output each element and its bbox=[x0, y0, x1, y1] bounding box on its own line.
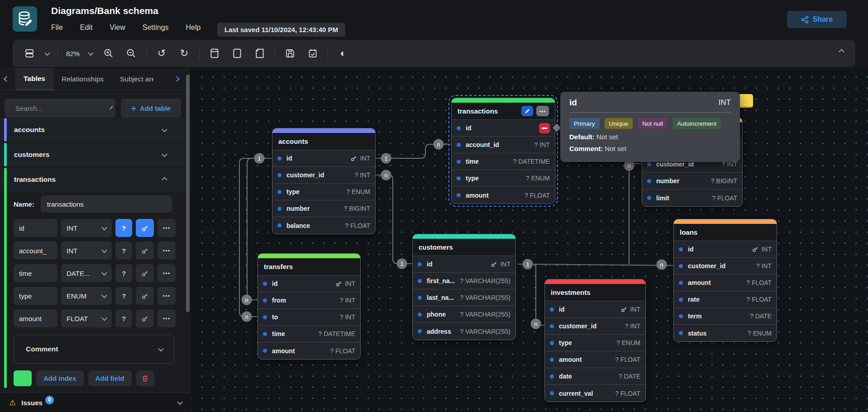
field-row[interactable]: amount? FLOAT bbox=[258, 342, 360, 359]
table-transfers[interactable]: transfers idINT from? INT to? INT time? … bbox=[258, 253, 361, 360]
field-row[interactable]: type? ENUM bbox=[545, 335, 645, 351]
field-row[interactable]: type? ENUM bbox=[272, 184, 375, 200]
field-row[interactable]: number? BIGINT bbox=[272, 200, 375, 217]
add-area-icon[interactable] bbox=[253, 47, 267, 60]
field-row[interactable]: amount? FLOAT bbox=[545, 351, 645, 368]
field-more-button[interactable]: ••• bbox=[157, 309, 176, 327]
issues-chevron-icon[interactable] bbox=[177, 399, 183, 405]
table-customers[interactable]: customers idINT first_na...? VARCHAR(255… bbox=[412, 234, 516, 340]
table-color-swatch[interactable] bbox=[14, 370, 32, 386]
save-icon[interactable] bbox=[283, 47, 297, 60]
field-row[interactable]: rate? FLOAT bbox=[674, 291, 777, 308]
field-row[interactable]: account_id? INT bbox=[452, 137, 555, 153]
add-note-icon[interactable] bbox=[230, 47, 244, 60]
field-row[interactable]: idINT bbox=[413, 256, 515, 273]
field-row[interactable]: amount? FLOAT bbox=[674, 275, 777, 291]
collapse-chevron-icon[interactable] bbox=[162, 177, 167, 183]
field-row-hovered[interactable]: id bbox=[452, 120, 555, 137]
field-type-select[interactable]: ENUM bbox=[61, 287, 112, 305]
layout-icon[interactable] bbox=[23, 47, 36, 60]
zoom-dropdown-chevron-icon[interactable] bbox=[88, 50, 94, 56]
primary-key-toggle[interactable] bbox=[136, 264, 154, 282]
nullable-toggle[interactable]: ? bbox=[115, 309, 132, 327]
comment-section[interactable]: Comment bbox=[14, 335, 174, 364]
collapse-toolbar-icon[interactable] bbox=[839, 49, 844, 55]
field-type-select[interactable]: FLOAT bbox=[61, 309, 112, 327]
delete-table-button[interactable] bbox=[136, 370, 154, 386]
table-more-button[interactable]: ••• bbox=[536, 106, 549, 116]
field-row[interactable]: limit? FLOAT bbox=[642, 189, 742, 206]
zoom-level[interactable]: 82% bbox=[66, 50, 80, 57]
field-row[interactable]: first_na...? VARCHAR(255) bbox=[413, 273, 515, 289]
field-row[interactable]: balance? FLOAT bbox=[272, 217, 375, 234]
field-row[interactable]: status? ENUM bbox=[674, 325, 777, 341]
add-index-button[interactable]: Add index bbox=[36, 370, 84, 386]
field-row[interactable]: last_na...? VARCHAR(255) bbox=[413, 289, 515, 306]
field-row[interactable]: customer_id? INT bbox=[674, 258, 777, 275]
tab-relationships[interactable]: Relationships bbox=[53, 68, 112, 90]
field-more-button[interactable]: ••• bbox=[157, 264, 176, 282]
table-transactions[interactable]: transactions ••• id account_id? INT time… bbox=[451, 98, 555, 204]
app-logo-icon[interactable] bbox=[13, 6, 37, 32]
table-loans[interactable]: loans idINT customer_id? INT amount? FLO… bbox=[673, 219, 777, 342]
field-row[interactable]: time? DATETIME bbox=[258, 326, 360, 342]
tabs-scroll-left-icon[interactable] bbox=[4, 76, 10, 82]
field-more-button[interactable]: ••• bbox=[157, 219, 176, 237]
redo-icon[interactable]: ↻ bbox=[177, 47, 191, 60]
field-type-select[interactable]: INT bbox=[61, 242, 112, 260]
sidebar-item-transactions[interactable]: transactions bbox=[0, 168, 185, 191]
field-type-select[interactable]: INT bbox=[61, 219, 112, 237]
field-row[interactable]: idINT bbox=[674, 241, 777, 258]
menu-file[interactable]: File bbox=[51, 24, 63, 32]
zoom-in-icon[interactable] bbox=[102, 47, 115, 60]
field-row[interactable]: time? DATETIME bbox=[452, 153, 555, 170]
menu-help[interactable]: Help bbox=[186, 24, 201, 32]
field-name-button[interactable]: time bbox=[14, 264, 57, 282]
field-more-button[interactable]: ••• bbox=[157, 287, 176, 305]
sidebar-item-accounts[interactable]: accounts bbox=[0, 118, 185, 142]
field-row[interactable]: current_val? FLOAT bbox=[545, 385, 645, 402]
field-type-select[interactable]: DATE... bbox=[61, 264, 112, 282]
tab-subject-areas[interactable]: Subject areas bbox=[112, 68, 162, 90]
table-name-input[interactable] bbox=[41, 195, 172, 213]
field-row[interactable]: from? INT bbox=[258, 292, 360, 309]
tab-tables[interactable]: Tables bbox=[15, 68, 53, 90]
delete-field-button[interactable] bbox=[539, 123, 550, 133]
field-name-button[interactable]: id bbox=[14, 219, 57, 237]
field-name-button[interactable]: type bbox=[14, 287, 57, 305]
nullable-toggle[interactable]: ? bbox=[115, 287, 132, 305]
field-row[interactable]: idINT bbox=[272, 150, 375, 167]
field-more-button[interactable]: ••• bbox=[157, 242, 176, 260]
add-table-icon[interactable] bbox=[208, 47, 221, 60]
nullable-toggle[interactable]: ? bbox=[115, 219, 132, 237]
sidebar-item-customers[interactable]: customers bbox=[0, 143, 185, 166]
field-name-button[interactable]: account_ bbox=[14, 242, 57, 260]
todo-icon[interactable] bbox=[306, 47, 320, 60]
field-row[interactable]: phone? VARCHAR(255) bbox=[413, 306, 515, 323]
zoom-out-icon[interactable] bbox=[124, 47, 138, 60]
field-row[interactable]: address? VARCHAR(255) bbox=[413, 323, 515, 340]
primary-key-toggle[interactable] bbox=[136, 242, 154, 260]
field-row[interactable]: term? DATE bbox=[674, 308, 777, 325]
table-search[interactable] bbox=[5, 99, 115, 118]
field-row[interactable]: to? INT bbox=[258, 309, 360, 326]
table-investments[interactable]: investments idINT customer_id? INT type?… bbox=[544, 279, 646, 402]
field-row[interactable]: customer_id? INT bbox=[272, 167, 375, 184]
expand-chevron-icon[interactable] bbox=[162, 126, 167, 132]
table-accounts[interactable]: accounts idINT customer_id? INT type? EN… bbox=[272, 128, 376, 234]
share-button[interactable]: Share bbox=[787, 11, 847, 28]
undo-icon[interactable]: ↺ bbox=[155, 47, 168, 60]
sticky-note[interactable] bbox=[738, 94, 753, 108]
layout-dropdown-chevron-icon[interactable] bbox=[44, 50, 50, 56]
tabs-scroll-right-icon[interactable] bbox=[174, 76, 180, 82]
add-table-button[interactable]: + Add table bbox=[121, 99, 181, 118]
field-row[interactable]: amount? FLOAT bbox=[452, 187, 555, 204]
menu-view[interactable]: View bbox=[110, 24, 125, 32]
field-row[interactable]: customer_id? INT bbox=[545, 318, 645, 335]
menu-settings[interactable]: Settings bbox=[143, 24, 169, 32]
expand-chevron-icon[interactable] bbox=[162, 151, 167, 157]
field-name-button[interactable]: amount bbox=[14, 309, 57, 327]
nullable-toggle[interactable]: ? bbox=[115, 264, 132, 282]
primary-key-toggle[interactable] bbox=[136, 219, 154, 237]
field-row[interactable]: idINT bbox=[258, 275, 360, 292]
